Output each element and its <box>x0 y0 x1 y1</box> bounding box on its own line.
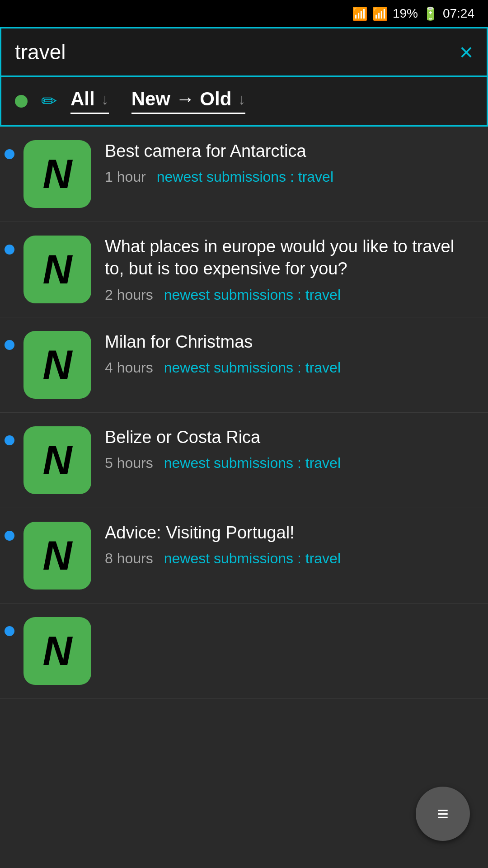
feed-meta: 8 hours newest submissions : travel <box>105 550 474 567</box>
feed-content: Milan for Christmas 4 hours newest submi… <box>105 331 474 376</box>
feed-icon-letter: N <box>43 533 72 579</box>
unread-dot <box>5 340 14 350</box>
filter-sort-arrow-icon: ↓ <box>238 90 245 108</box>
unread-dot <box>5 435 14 445</box>
clock: 07:24 <box>443 6 474 21</box>
feed-time: 4 hours <box>105 359 153 376</box>
signal-icon: 📶 <box>372 6 388 21</box>
fab-menu-button[interactable]: ≡ <box>416 787 470 841</box>
feed-icon: N <box>23 331 91 399</box>
feed-tag: newest submissions : travel <box>164 359 341 376</box>
feed-tag: newest submissions : travel <box>164 550 341 567</box>
feed-meta: 5 hours newest submissions : travel <box>105 455 474 472</box>
feed-icon-letter: N <box>43 342 72 388</box>
feed-icon: N <box>23 140 91 208</box>
filter-sort-button[interactable]: New → Old ↓ <box>131 88 246 114</box>
feed-icon-letter: N <box>43 437 72 484</box>
feed-title: Best camera for Antarctica <box>105 140 474 162</box>
feed-tag: newest submissions : travel <box>164 287 341 303</box>
feed-icon-letter: N <box>43 151 72 198</box>
status-icons: 📶 📶 19% 🔋 07:24 <box>352 6 474 21</box>
feed-icon: N <box>23 522 91 590</box>
feed-tag: newest submissions : travel <box>157 169 333 185</box>
list-item[interactable]: N <box>0 604 488 699</box>
unread-dot <box>5 245 14 255</box>
unread-dot <box>5 149 14 159</box>
feed-icon-letter: N <box>43 246 72 293</box>
feed-content: What places in europe would you like to … <box>105 236 474 303</box>
pencil-icon[interactable]: ✏ <box>41 90 57 112</box>
feed-title: What places in europe would you like to … <box>105 236 474 280</box>
feed-time: 2 hours <box>105 287 153 303</box>
filter-all-arrow-icon: ↓ <box>101 90 109 108</box>
list-item[interactable]: N What places in europe would you like t… <box>0 222 488 317</box>
feed-content: Best camera for Antarctica 1 hour newest… <box>105 140 474 185</box>
status-bar: 📶 📶 19% 🔋 07:24 <box>0 0 488 27</box>
feed-time: 5 hours <box>105 455 153 472</box>
unread-dot <box>5 531 14 541</box>
filter-all-button[interactable]: All ↓ <box>70 88 109 114</box>
feed-time: 8 hours <box>105 550 153 567</box>
search-bar: × <box>0 27 488 77</box>
list-item[interactable]: N Best camera for Antarctica 1 hour newe… <box>0 127 488 222</box>
list-item[interactable]: N Belize or Costa Rica 5 hours newest su… <box>0 413 488 508</box>
feed-meta: 2 hours newest submissions : travel <box>105 287 474 303</box>
feed-title: Belize or Costa Rica <box>105 426 474 448</box>
search-input[interactable] <box>15 40 460 64</box>
feed-time: 1 hour <box>105 169 146 185</box>
battery-icon: 🔋 <box>422 6 438 21</box>
filter-all-label: All <box>70 88 95 110</box>
filter-dot <box>15 95 28 108</box>
feed-icon: N <box>23 426 91 494</box>
filter-bar: ✏ All ↓ New → Old ↓ <box>0 77 488 127</box>
feed-tag: newest submissions : travel <box>164 455 341 472</box>
list-item[interactable]: N Milan for Christmas 4 hours newest sub… <box>0 317 488 413</box>
feed-icon-letter: N <box>43 628 72 675</box>
unread-dot <box>5 626 14 636</box>
search-clear-button[interactable]: × <box>460 40 473 64</box>
feed-list: N Best camera for Antarctica 1 hour newe… <box>0 127 488 699</box>
battery-percentage: 19% <box>393 6 418 21</box>
feed-title: Advice: Visiting Portugal! <box>105 522 474 544</box>
feed-meta: 4 hours newest submissions : travel <box>105 359 474 376</box>
feed-content: Advice: Visiting Portugal! 8 hours newes… <box>105 522 474 567</box>
hamburger-icon: ≡ <box>437 804 449 824</box>
feed-icon: N <box>23 236 91 303</box>
feed-meta: 1 hour newest submissions : travel <box>105 169 474 185</box>
list-item[interactable]: N Advice: Visiting Portugal! 8 hours new… <box>0 508 488 604</box>
filter-sort-label: New → Old <box>131 88 232 110</box>
feed-title: Milan for Christmas <box>105 331 474 353</box>
feed-icon: N <box>23 617 91 685</box>
wifi-icon: 📶 <box>352 6 368 21</box>
feed-content: Belize or Costa Rica 5 hours newest subm… <box>105 426 474 472</box>
